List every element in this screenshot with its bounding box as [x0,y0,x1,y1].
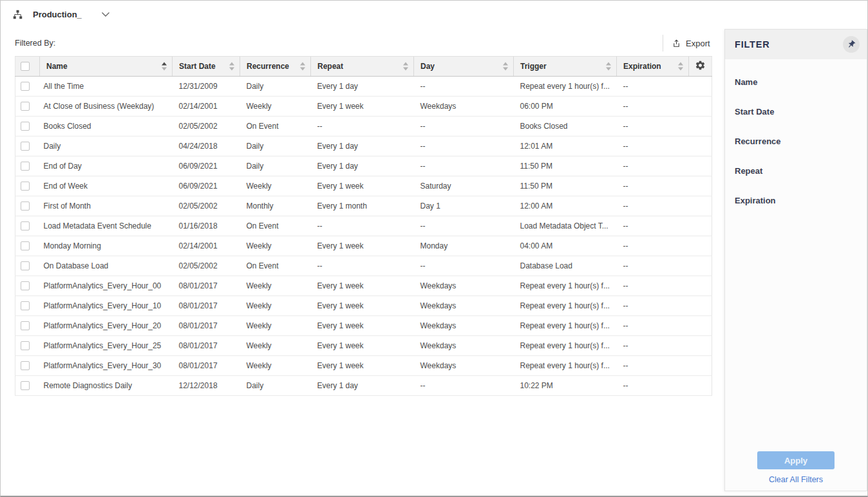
row-checkbox-cell [15,256,40,276]
column-header-recurrence[interactable]: Recurrence [240,57,311,77]
row-checkbox[interactable] [21,261,30,270]
row-checkbox[interactable] [21,301,30,310]
filter-item-expiration[interactable]: Expiration [725,185,867,215]
pushpin-icon [847,40,856,49]
cell-trigger: Repeat every 1 hour(s) f... [514,356,617,376]
cell-start-date: 02/05/2002 [173,117,240,136]
table-row[interactable]: PlatformAnalytics_Every_Hour_25 08/01/20… [15,336,712,356]
row-checkbox[interactable] [21,82,30,91]
gear-icon [695,60,706,71]
cell-repeat: Every 1 day [311,136,414,156]
filter-item-repeat[interactable]: Repeat [725,156,867,185]
filter-item-name[interactable]: Name [725,67,867,97]
table-row[interactable]: End of Day 06/09/2021 Daily Every 1 day … [15,156,712,176]
cell-gear-spacer [689,236,712,256]
schedules-table: Name Start Date Recurrence Repeat [15,56,712,396]
cell-repeat: Every 1 week [311,276,414,296]
cell-recurrence: Daily [240,77,311,97]
row-checkbox[interactable] [21,182,30,191]
cell-start-date: 08/01/2017 [173,276,240,296]
cell-start-date: 06/09/2021 [173,156,240,176]
table-row[interactable]: PlatformAnalytics_Every_Hour_00 08/01/20… [15,276,712,296]
cell-recurrence: Weekly [240,236,311,256]
cell-expiration: -- [617,136,689,156]
cell-expiration: -- [617,356,689,376]
table-row[interactable]: All the Time 12/31/2009 Daily Every 1 da… [15,77,712,97]
row-checkbox[interactable] [21,361,30,370]
column-label: Start Date [179,62,216,71]
filter-item-start-date[interactable]: Start Date [725,97,867,126]
cell-expiration: -- [617,376,689,396]
table-header-row: Name Start Date Recurrence Repeat [15,57,712,77]
cell-start-date: 08/01/2017 [173,356,240,376]
table-row[interactable]: End of Week 06/09/2021 Weekly Every 1 we… [15,176,712,196]
cell-gear-spacer [689,336,712,356]
cell-trigger: Repeat every 1 hour(s) f... [514,296,617,316]
cell-day: Weekdays [414,356,514,376]
cell-recurrence: Weekly [240,276,311,296]
row-checkbox[interactable] [21,241,30,250]
table-row[interactable]: PlatformAnalytics_Every_Hour_20 08/01/20… [15,316,712,336]
row-checkbox[interactable] [21,102,30,111]
cell-name: On Database Load [40,256,173,276]
row-checkbox[interactable] [21,381,30,390]
row-checkbox[interactable] [21,122,30,131]
column-header-start-date[interactable]: Start Date [173,57,240,77]
select-all-checkbox[interactable] [21,62,30,71]
row-checkbox[interactable] [21,202,30,211]
cell-expiration: -- [617,216,689,236]
table-row[interactable]: On Database Load 02/05/2002 On Event -- … [15,256,712,276]
column-header-name[interactable]: Name [40,57,173,77]
cell-recurrence: Daily [240,136,311,156]
table-row[interactable]: PlatformAnalytics_Every_Hour_10 08/01/20… [15,296,712,316]
cell-repeat: Every 1 week [311,316,414,336]
environment-dropdown[interactable] [101,12,110,17]
cell-expiration: -- [617,256,689,276]
sort-arrows-icon [403,62,408,71]
column-header-expiration[interactable]: Expiration [617,57,689,77]
export-button[interactable]: Export [672,39,710,48]
pin-panel-button[interactable] [843,36,860,53]
cell-name: Remote Diagnostics Daily [40,376,173,396]
table-row[interactable]: Books Closed 02/05/2002 On Event -- -- B… [15,117,712,136]
table-row[interactable]: Monday Morning 02/14/2001 Weekly Every 1… [15,236,712,256]
table-row[interactable]: First of Month 02/05/2002 Monthly Every … [15,196,712,216]
sort-arrows-icon [678,62,683,71]
cell-trigger: 11:50 PM [514,176,617,196]
row-checkbox-cell [15,176,40,196]
row-checkbox[interactable] [21,321,30,330]
cell-expiration: -- [617,117,689,136]
cell-expiration: -- [617,156,689,176]
cell-gear-spacer [689,216,712,236]
chevron-down-icon [101,12,110,17]
filter-item-recurrence[interactable]: Recurrence [725,126,867,156]
apply-button[interactable]: Apply [757,451,835,469]
column-label: Expiration [623,62,661,71]
column-header-day[interactable]: Day [414,57,514,77]
column-header-trigger[interactable]: Trigger [514,57,617,77]
row-checkbox[interactable] [21,162,30,171]
table-row[interactable]: PlatformAnalytics_Every_Hour_30 08/01/20… [15,356,712,376]
cell-day: Monday [414,236,514,256]
table-row[interactable]: At Close of Business (Weekday) 02/14/200… [15,97,712,117]
row-checkbox[interactable] [21,142,30,151]
cell-expiration: -- [617,176,689,196]
table-row[interactable]: Daily 04/24/2018 Daily Every 1 day -- 12… [15,136,712,156]
cell-gear-spacer [689,356,712,376]
cell-recurrence: On Event [240,256,311,276]
table-row[interactable]: Load Metadata Event Schedule 01/16/2018 … [15,216,712,236]
cell-trigger: 12:00 AM [514,196,617,216]
clear-all-filters-link[interactable]: Clear All Filters [725,474,867,485]
cell-day: Weekdays [414,336,514,356]
column-settings-button[interactable] [689,57,712,77]
table-row[interactable]: Remote Diagnostics Daily 12/12/2018 Dail… [15,376,712,396]
cell-expiration: -- [617,77,689,97]
column-header-repeat[interactable]: Repeat [311,57,414,77]
filter-panel-header: FILTER [725,30,867,59]
row-checkbox[interactable] [21,341,30,350]
cell-trigger: Books Closed [514,117,617,136]
column-label: Day [420,62,435,71]
row-checkbox[interactable] [21,281,30,290]
cell-expiration: -- [617,276,689,296]
row-checkbox[interactable] [21,221,30,230]
